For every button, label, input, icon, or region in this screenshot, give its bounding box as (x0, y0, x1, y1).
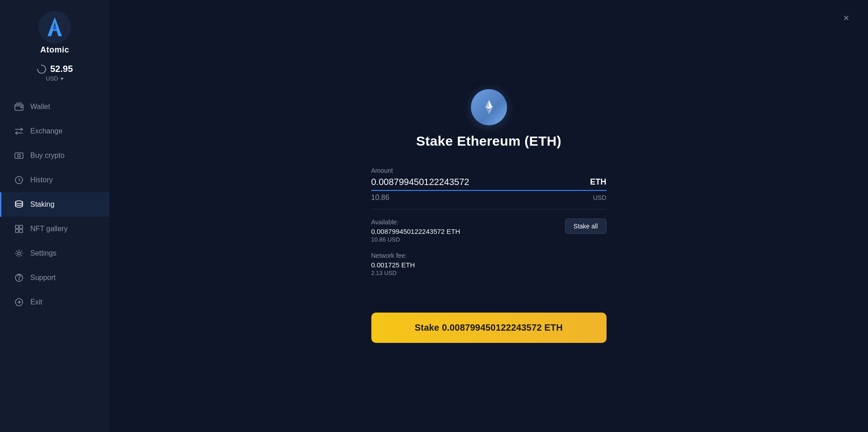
logo-area: Atomic (38, 11, 71, 55)
amount-label: Amount (371, 167, 607, 174)
svg-rect-4 (20, 107, 22, 108)
stake-panel: Stake Ethereum (ETH) Amount ETH 10.86 US… (371, 89, 607, 343)
buy-crypto-icon (14, 151, 24, 161)
svg-rect-12 (19, 229, 23, 233)
stake-form: Amount ETH 10.86 USD Available: 0.008799… (371, 167, 607, 343)
sidebar-item-buy-crypto-label: Buy crypto (30, 152, 65, 160)
history-icon (14, 175, 24, 185)
nav-menu: Wallet Exchange Buy crypto (0, 95, 109, 423)
support-icon (14, 273, 24, 283)
balance-spinner-icon (37, 64, 47, 74)
available-row: Available: 0.008799450122243572 ETH 10.8… (371, 218, 607, 243)
currency-label: USD (46, 75, 58, 82)
amount-currency: ETH (590, 177, 607, 187)
amount-usd-value: 10.86 (371, 194, 389, 202)
amount-input-row: ETH (371, 177, 607, 191)
stake-button[interactable]: Stake 0.008799450122243572 ETH (371, 313, 607, 343)
sidebar-item-settings-label: Settings (30, 249, 57, 257)
sidebar-item-wallet[interactable]: Wallet (0, 95, 109, 119)
wallet-icon (14, 102, 24, 112)
sidebar-item-exit-label: Exit (30, 298, 43, 306)
eth-diamond-icon (479, 97, 499, 117)
svg-rect-9 (15, 225, 19, 228)
eth-icon-wrap (471, 89, 507, 125)
sidebar-item-support[interactable]: Support (0, 266, 109, 290)
atomic-logo-icon (38, 11, 71, 43)
sidebar-item-exchange-label: Exchange (30, 127, 62, 135)
chevron-down-icon (60, 78, 64, 80)
sidebar-item-support-label: Support (30, 274, 56, 282)
svg-point-8 (15, 201, 23, 204)
sidebar-item-history[interactable]: History (0, 168, 109, 192)
exit-icon (14, 297, 24, 307)
balance-value: 52.95 (50, 64, 73, 74)
amount-usd-label: USD (593, 194, 607, 201)
available-block: Available: 0.008799450122243572 ETH 10.8… (371, 218, 460, 243)
stake-all-button[interactable]: Stake all (565, 218, 607, 234)
exchange-icon (14, 126, 24, 136)
network-fee-label: Network fee: (371, 252, 607, 259)
sidebar-item-staking-label: Staking (30, 200, 54, 209)
balance-area: 52.95 USD (37, 64, 73, 82)
svg-point-1 (53, 26, 57, 30)
network-fee-block: Network fee: 0.001725 ETH 2.13 USD (371, 252, 607, 276)
staking-icon (14, 199, 24, 209)
svg-rect-10 (19, 225, 23, 228)
sidebar-item-wallet-label: Wallet (30, 103, 50, 111)
main-content: × Stake Ethereum (ETH) Amount ETH 10.86 (109, 0, 868, 432)
available-label: Available: (371, 218, 460, 226)
close-button[interactable]: × (839, 11, 854, 25)
sidebar-item-nft-gallery[interactable]: NFT gallery (0, 217, 109, 241)
settings-icon (14, 248, 24, 258)
sidebar-item-exit[interactable]: Exit (0, 290, 109, 314)
svg-marker-19 (485, 100, 489, 107)
svg-rect-5 (15, 153, 23, 158)
sidebar-item-buy-crypto[interactable]: Buy crypto (0, 143, 109, 168)
svg-rect-11 (15, 229, 19, 233)
currency-selector[interactable]: USD (46, 75, 63, 82)
logo-label: Atomic (40, 45, 69, 55)
nft-icon (14, 224, 24, 234)
amount-input[interactable] (371, 177, 590, 187)
sidebar-item-staking[interactable]: Staking (0, 192, 109, 217)
svg-point-13 (18, 252, 20, 255)
svg-point-6 (18, 154, 20, 157)
page-title: Stake Ethereum (ETH) (416, 133, 561, 149)
sidebar-item-settings[interactable]: Settings (0, 241, 109, 266)
available-eth: 0.008799450122243572 ETH (371, 228, 460, 235)
available-usd: 10.86 USD (371, 236, 460, 243)
network-fee-eth: 0.001725 ETH (371, 261, 607, 269)
network-fee-usd: 2.13 USD (371, 270, 607, 276)
sidebar: Atomic 52.95 USD Wallet (0, 0, 109, 432)
sidebar-item-exchange[interactable]: Exchange (0, 119, 109, 143)
sidebar-item-nft-gallery-label: NFT gallery (30, 225, 67, 233)
sidebar-item-history-label: History (30, 176, 53, 184)
amount-usd-row: 10.86 USD (371, 194, 607, 209)
svg-point-2 (38, 65, 46, 73)
